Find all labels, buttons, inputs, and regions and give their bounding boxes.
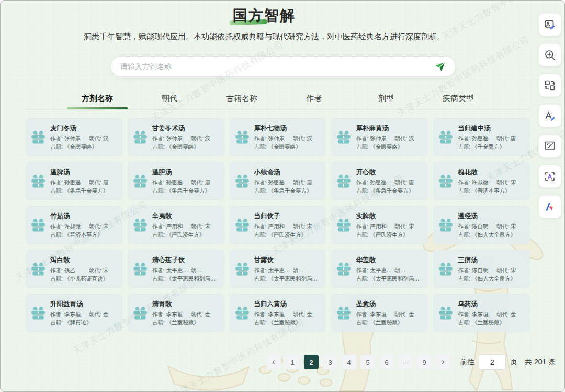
swap-button[interactable] [538, 74, 561, 97]
dynasty-label: 朝代: [89, 267, 101, 274]
book-label: 古籍: [254, 143, 267, 151]
dynasty-value: 汉 [307, 135, 312, 142]
book-label: 古籍: [152, 275, 165, 283]
dynasty-value: 宋 [103, 223, 109, 230]
formula-card[interactable]: 升阳益胃汤 作者: 李东垣 朝代: 金 古籍: 《脾胃论》 [26, 294, 122, 332]
author-value: 许叔微 [472, 179, 489, 186]
book-value: 《金匮要略》 [64, 143, 97, 151]
formula-name: 甘姜苓术汤 [152, 124, 220, 133]
formula-card[interactable]: 麦门冬汤 作者: 张仲景 朝代: 汉 古籍: 《金匮要略》 [26, 118, 122, 156]
send-icon[interactable] [433, 60, 447, 73]
page-button[interactable]: 9 [417, 355, 432, 369]
formula-name: 三痹汤 [458, 256, 526, 265]
formula-name: 槐花散 [458, 168, 526, 177]
formula-card[interactable]: 小续命汤 作者: 孙思邈 朝代: 唐 古籍: 《备急千金要方》 [230, 162, 326, 200]
formula-card[interactable]: 圣愈汤 作者: 李东垣 朝代: 金 古籍: 《兰室秘藏》 [331, 294, 428, 332]
dynasty-value: 金 [307, 311, 312, 318]
formula-card[interactable]: 甘姜苓术汤 作者: 张仲景 朝代: 汉 古籍: 《金匮要略》 [128, 118, 224, 156]
author-value: 严用和 [166, 223, 183, 230]
gift-icon [30, 305, 47, 321]
dynasty-label: 朝代: [293, 179, 306, 186]
author-label: 作者: [50, 179, 63, 186]
dynasty-value: 唐 [409, 179, 414, 186]
tab[interactable]: 方剂名称 [69, 94, 126, 109]
gift-icon [335, 173, 352, 189]
formula-card[interactable]: 泻白散 作者: 钱乙 朝代: 宋 古籍: 《小儿药证直诀》 [26, 250, 122, 288]
formula-card[interactable]: 实脾散 作者: 严用和 朝代: 宋 古籍: 《严氏济生方》 [331, 206, 428, 244]
book-value: 《金匮要略》 [268, 143, 301, 151]
page-button[interactable]: 3 [323, 355, 337, 369]
formula-card[interactable]: 厚朴麻黄汤 作者: 张仲景 朝代: 汉 古籍: 《金匮要略》 [331, 118, 428, 156]
book-value: 《金匮要略》 [370, 143, 403, 151]
dynasty-value: 宋 [307, 223, 312, 230]
formula-card[interactable]: 甘露饮 作者: 太平惠… 朝… 古籍: 《太平惠民和剂局… [230, 250, 326, 288]
tab[interactable]: 剂型 [357, 94, 415, 109]
formula-card[interactable]: 开心散 作者: 孙思邈 朝代: 唐 古籍: 《备急千金要方》 [331, 162, 428, 200]
formula-name: 甘露饮 [254, 256, 322, 265]
formula-name: 温脾汤 [50, 168, 118, 177]
book-value: 《备急千金要方》 [166, 187, 210, 195]
tab[interactable]: 作者 [285, 94, 343, 109]
book-value: 《严氏济生方》 [166, 231, 205, 239]
formula-card[interactable]: 乌药汤 作者: 李东垣 朝代: 金 古籍: 《兰室秘藏》 [433, 294, 530, 332]
image-edit-button[interactable] [538, 13, 561, 36]
page-button[interactable]: ··· [398, 355, 413, 369]
formula-card[interactable]: 厚朴七物汤 作者: 张仲景 朝代: 汉 古籍: 《金匮要略》 [230, 118, 326, 156]
book-value: 《备急千金要方》 [268, 187, 312, 195]
dynasty-label: 朝代: [496, 135, 509, 142]
book-label: 古籍: [356, 275, 368, 283]
tab[interactable]: 朝代 [141, 94, 198, 109]
formula-card[interactable]: 槐花散 作者: 许叔微 朝代: 宋 古籍: 《普济本事方》 [433, 162, 530, 200]
gift-icon [437, 173, 454, 189]
gift-icon [132, 129, 149, 145]
page-button[interactable]: 1 [285, 355, 300, 369]
dynasty-value: 唐 [511, 135, 516, 142]
formula-card[interactable]: 清胃散 作者: 李东垣 朝代: 金 古籍: 《兰室秘藏》 [128, 294, 224, 332]
text-edit-button[interactable] [538, 104, 561, 127]
prev-page-button[interactable]: ‹ [266, 354, 281, 370]
formula-card[interactable]: 清心莲子饮 作者: 太平惠… 朝… 古籍: 《太平惠民和剂局… [128, 250, 224, 288]
formula-card[interactable]: 华盖散 作者: 太平惠… 朝… 古籍: 《太平惠民和剂局… [331, 250, 428, 288]
page-button[interactable]: 4 [342, 355, 356, 369]
formula-card[interactable]: 温脾汤 作者: 孙思邈 朝代: 唐 古籍: 《备急千金要方》 [26, 162, 122, 200]
formula-card[interactable]: 竹茹汤 作者: 许叔微 朝代: 宋 古籍: 《普济本事方》 [26, 206, 122, 244]
author-value: 许叔微 [64, 223, 81, 230]
formula-card[interactable]: 辛夷散 作者: 严用和 朝代: 宋 古籍: 《严氏济生方》 [128, 206, 224, 244]
book-label: 古籍: [458, 143, 470, 151]
page-button[interactable]: 2 [304, 355, 319, 369]
app-logo-icon[interactable] [538, 195, 561, 218]
formula-card[interactable]: 三痹汤 作者: 陈自明 朝代: 宋 古籍: 《妇人大全良方》 [433, 250, 530, 288]
dynasty-value: 唐 [307, 179, 312, 186]
page-button[interactable]: 6 [379, 355, 394, 369]
dynasty-label: 朝代: [191, 311, 204, 318]
gift-icon [335, 305, 352, 321]
dynasty-label: 朝代: [496, 267, 509, 274]
zoom-in-button[interactable] [538, 43, 561, 66]
formula-card[interactable]: 温经汤 作者: 陈自明 朝代: 宋 古籍: 《妇人大全良方》 [433, 206, 530, 244]
author-label: 作者: [356, 179, 368, 186]
right-toolbar [538, 13, 561, 218]
gift-icon [30, 173, 47, 189]
formula-card[interactable]: 当归建中汤 作者: 孙思邈 朝代: 唐 古籍: 《千金翼方》 [433, 118, 530, 156]
book-value: 《千金翼方》 [472, 143, 505, 151]
formula-card[interactable]: 当归六黄汤 作者: 李东垣 朝代: 金 古籍: 《兰室秘藏》 [230, 294, 326, 332]
dynasty-label: 朝代: [496, 223, 509, 230]
ocr-button[interactable] [538, 165, 561, 188]
goto-page-input[interactable] [479, 354, 506, 370]
next-page-button[interactable]: › [436, 354, 450, 370]
book-value: 《小儿药证直诀》 [64, 275, 108, 283]
author-label: 作者: [458, 223, 470, 230]
author-value: 陈自明 [472, 223, 489, 230]
card-grid: 麦门冬汤 作者: 张仲景 朝代: 汉 古籍: 《金匮要略》 [26, 118, 530, 332]
page-button[interactable]: 5 [360, 355, 375, 369]
screen-wand-button[interactable] [538, 135, 561, 158]
search-input[interactable] [119, 62, 433, 71]
formula-name: 升阳益胃汤 [50, 300, 118, 309]
dynasty-value: 宋 [511, 267, 516, 274]
dynasty-value: 宋 [205, 223, 211, 230]
formula-card[interactable]: 温胆汤 作者: 孙思邈 朝代: 唐 古籍: 《备急千金要方》 [128, 162, 224, 200]
book-label: 古籍: [458, 275, 470, 283]
tab[interactable]: 疾病类型 [430, 94, 487, 109]
tab[interactable]: 古籍名称 [213, 94, 270, 109]
formula-card[interactable]: 当归饮子 作者: 严用和 朝代: 宋 古籍: 《严氏济生方》 [230, 206, 326, 244]
